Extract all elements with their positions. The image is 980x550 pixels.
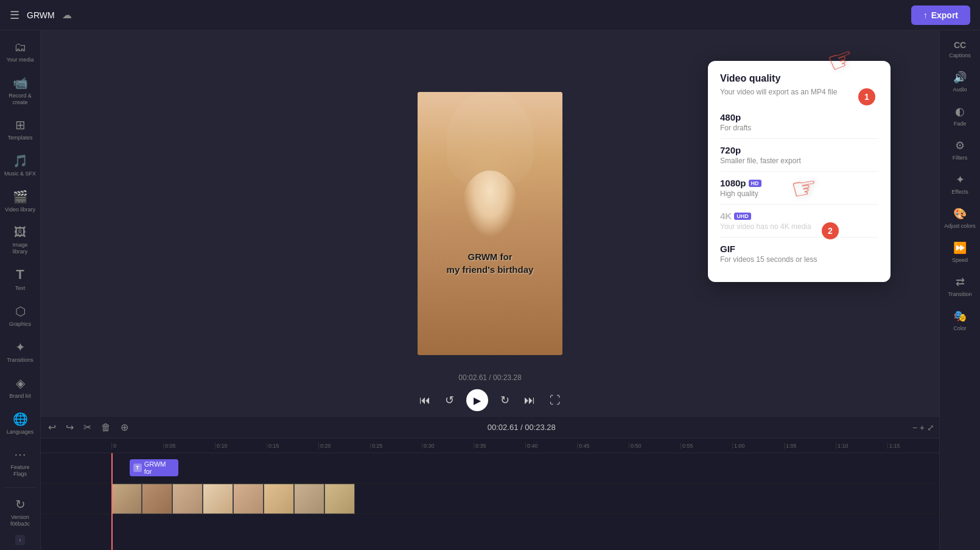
quality-option-480p[interactable]: 480p For drafts [720,106,878,139]
export-button[interactable]: ↑ Export [911,5,970,25]
sidebar-item-captions[interactable]: CC Captions [942,35,978,63]
redo-button[interactable]: ↪ [63,419,76,435]
quality-option-gif[interactable]: GIF For videos 15 seconds or less [720,238,878,270]
skip-to-end-button[interactable]: ⏭ [522,392,537,409]
sidebar-item-templates[interactable]: ⊞ Templates [2,113,38,146]
transitions-icon: ✦ [15,340,26,354]
sidebar-item-label: Image library [4,242,36,255]
sidebar-expand-button[interactable]: › [15,535,25,545]
zoom-out-button[interactable]: − [912,423,917,432]
sidebar-item-label: Feature Flags [4,464,36,478]
sidebar-item-adjust-colors[interactable]: 🎨 Adjust colors [942,202,978,234]
text-clip[interactable]: T GRWM for [130,459,178,476]
sidebar-item-fade[interactable]: ◐ Fade [942,100,978,132]
sidebar-item-transition[interactable]: ⇄ Transition [942,270,978,302]
video-text-overlay: GRWM for my friend's birthday [447,250,534,276]
play-pause-button[interactable]: ▶ [466,389,488,411]
fade-icon: ◐ [955,105,965,118]
sidebar-item-label: Audio [953,86,967,93]
text-clip-label: GRWM for [144,460,175,475]
timeline-time-display: 00:02.61 / 00:23.28 [136,423,908,432]
effects-icon: ✦ [956,173,965,186]
speed-icon: ⏩ [953,241,967,255]
duplicate-button[interactable]: ⊕ [118,419,131,435]
quality-name-gif: GIF [720,244,878,254]
cut-button[interactable]: ✂ [81,419,94,435]
languages-icon: 🌐 [13,412,28,426]
your-media-icon: 🗂 [14,40,26,54]
quality-name-720p: 720p [720,145,878,155]
video-thumbnail [264,484,294,514]
video-thumbnail [142,484,172,514]
time-display: 00:02.61 / 00:23.28 [458,373,521,382]
sidebar-item-label: Templates [7,135,32,141]
text-track-row: T GRWM for [41,453,939,484]
version-icon: ↻ [15,497,26,512]
right-sidebar: CC Captions 🔊 Audio ◐ Fade ⚙ Filters ✦ E… [939,30,980,550]
cloud-save-icon: ☁ [62,9,72,21]
sidebar-item-label: Adjust colors [944,223,976,229]
uhd-badge: UHD [734,213,751,220]
filters-icon: ⚙ [955,139,965,152]
ruler-mark: 0:55 [681,443,732,449]
graphics-icon: ⬡ [15,304,26,319]
audio-icon: 🔊 [953,71,967,84]
quality-name-1080p: 1080p HD [720,178,878,188]
video-thumbnail [294,484,324,514]
ruler-mark: 1:00 [732,443,784,449]
sidebar-item-label: Transition [948,291,971,297]
fullscreen-button[interactable]: ⛶ [547,392,563,409]
topbar-right: ↑ Export [911,5,970,25]
transition-icon: ⇄ [956,275,965,289]
quality-option-4k[interactable]: 4K UHD Your video has no 4K media [720,205,878,238]
quality-option-720p[interactable]: 720p Smaller file, faster export [720,139,878,172]
topbar: ☰ GRWM ☁ ↑ Export [0,0,980,30]
sidebar-item-speed[interactable]: ⏩ Speed [942,236,978,268]
fast-forward-button[interactable]: ↻ [498,391,512,409]
sidebar-item-label: Graphics [9,321,31,328]
video-thumbnail [203,484,233,514]
sidebar-item-label: Effects [951,189,968,195]
menu-icon[interactable]: ☰ [10,9,19,22]
zoom-in-button[interactable]: + [920,423,925,432]
sidebar-item-languages[interactable]: 🌐 Languages [2,407,38,440]
rewind-button[interactable]: ↺ [443,391,457,409]
fit-timeline-button[interactable]: ⤢ [927,423,934,432]
sidebar-item-effects[interactable]: ✦ Effects [942,168,978,200]
sidebar-item-color[interactable]: 🎭 Color [942,305,978,336]
video-library-icon: 🎬 [13,189,28,204]
video-track-content [111,484,939,513]
ruler-mark: 0:15 [267,443,318,449]
sidebar-item-audio[interactable]: 🔊 Audio [942,66,978,97]
sidebar-item-text[interactable]: T Text [2,262,38,297]
sidebar-item-video-library[interactable]: 🎬 Video library [2,185,38,218]
sidebar-item-image-library[interactable]: 🖼 Image library [2,220,38,260]
sidebar-item-label: Music & SFX [4,171,36,177]
video-thumbnail [233,484,264,514]
sidebar-item-record-create[interactable]: 📹 Record & create [2,71,38,111]
timeline-zoom-controls: − + ⤢ [912,423,934,432]
step-badge-1: 1 [858,88,875,105]
sidebar-item-filters[interactable]: ⚙ Filters [942,134,978,166]
sidebar-item-brand-kit[interactable]: ◈ Brand kit [2,371,38,404]
left-sidebar: 🗂 Your media 📹 Record & create ⊞ Templat… [0,30,41,550]
quality-desc-480p: For drafts [720,124,878,132]
ruler-mark: 1:15 [887,443,939,449]
sidebar-item-music-sfx[interactable]: 🎵 Music & SFX [2,149,38,182]
sidebar-item-label: Captions [949,52,971,58]
undo-button[interactable]: ↩ [46,419,58,435]
sidebar-item-graphics[interactable]: ⬡ Graphics [2,299,38,333]
project-title[interactable]: GRWM [27,10,55,20]
sidebar-item-your-media[interactable]: 🗂 Your media [2,35,38,68]
sidebar-item-version[interactable]: ↻ Version f06ba3c [2,492,38,532]
skip-to-start-button[interactable]: ⏮ [417,392,433,409]
ruler-mark: 0:40 [525,443,577,449]
sidebar-item-label: Record & create [4,93,36,106]
sidebar-item-transitions[interactable]: ✦ Transitions [2,335,38,368]
sidebar-item-feature-flags[interactable]: ⋯ Feature Flags [2,442,38,482]
step-badge-2: 2 [822,222,839,239]
quality-option-1080p[interactable]: 1080p HD High quality [720,172,878,205]
delete-button[interactable]: 🗑 [99,420,113,435]
captions-icon: CC [954,40,966,50]
ruler-mark: 0 [111,443,163,449]
